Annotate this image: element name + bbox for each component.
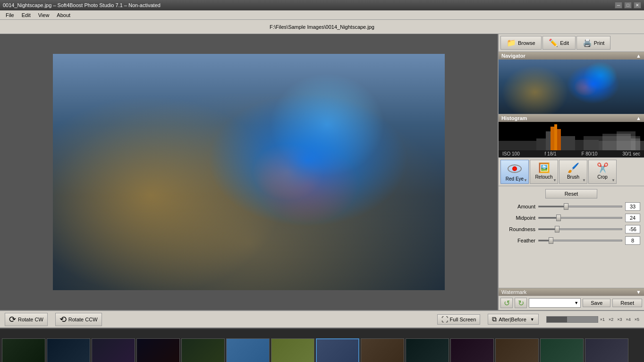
afterbefore-label: After|Before [499,317,526,322]
navigator-scroll-up[interactable]: ▲ [636,53,641,59]
roundness-value: -56 [625,225,640,233]
amount-row: Amount 33 [502,202,640,211]
print-label: Print [594,40,605,46]
undo-button[interactable]: ↺ [500,298,513,308]
exif-bar: ISO 100 f 18/1 F 80/10 30/1 sec [499,150,644,157]
titlebar: 0014_Nightscape.jpg – Soft4Boost Photo S… [0,0,644,10]
eye-shape [508,164,522,173]
afterbefore-icon: ⧉ [492,315,497,323]
amount-track [538,206,622,207]
zoom-mark-x1: ×1 [600,317,605,322]
afterbefore-button[interactable]: ⧉ After|Before ▼ [488,314,538,325]
maximize-button[interactable]: □ [624,2,632,9]
browse-button[interactable]: 📁 Browse [500,36,542,50]
rotate-cw-button[interactable]: ⟳ Rotate CW [5,313,48,326]
close-button[interactable]: ✕ [634,2,641,9]
roundness-thumb[interactable] [555,226,559,233]
histogram-label: Histogram [501,115,527,121]
list-item[interactable] [92,338,135,362]
retouch-tool[interactable]: 🖼️ Retouch ▼ [530,160,558,184]
menu-edit[interactable]: Edit [18,11,34,19]
svg-rect-12 [631,138,640,150]
midpoint-thumb[interactable] [556,215,561,221]
sliders-section: Reset Amount 33 Midpoint 24 [499,186,644,288]
brush-label: Brush [567,174,579,180]
exif-aperture: f 18/1 [545,151,557,156]
navigator-thumbnail [499,60,644,114]
menu-about[interactable]: About [53,11,74,19]
histogram-chart [499,122,644,150]
svg-rect-6 [561,136,575,150]
filmstrip-scroll [0,336,630,362]
undo-icon: ↺ [504,299,510,308]
edit-button[interactable]: ✏️ Edit [542,36,576,50]
redo-button[interactable]: ↻ [515,298,527,308]
brush-dropdown-arrow[interactable]: ▼ [582,178,586,182]
menubar: File Edit View About [0,10,644,20]
right-panel: 📁 Browse ✏️ Edit 🖨️ Print Navigator ▲ H [498,34,644,310]
exif-iso: ISO 100 [502,151,520,156]
list-item[interactable] [47,338,90,362]
brush-tool[interactable]: 🖌️ Brush ▼ [559,160,587,184]
watermark-dropdown[interactable]: ▼ [529,298,581,308]
crop-dropdown-arrow[interactable]: ▼ [611,178,615,182]
exif-shutter: 30/1 sec [622,151,640,156]
window-title: 0014_Nightscape.jpg – Soft4Boost Photo S… [3,2,615,8]
fullscreen-button[interactable]: ⛶ Full Screen [437,314,481,325]
list-item[interactable] [271,338,314,362]
list-item[interactable] [2,338,45,362]
watermark-reset-button[interactable]: Reset [612,299,642,307]
watermark-section: Watermark ▼ ↺ ↻ ▼ Save Reset [499,288,644,310]
photo-canvas [53,54,445,290]
watermark-dropdown-arrow[interactable]: ▼ [636,289,641,295]
sliders-reset-button[interactable]: Reset [545,189,598,198]
crop-icon: ✂️ [597,162,609,173]
list-item[interactable] [540,338,584,362]
watermark-label: Watermark [501,289,526,295]
brush-icon: 🖌️ [568,162,579,173]
roundness-row: Roundness -56 [502,225,640,233]
watermark-save-button[interactable]: Save [583,299,610,307]
amount-thumb[interactable] [564,203,568,210]
rotate-ccw-label: Rotate CCW [68,317,98,322]
menu-file[interactable]: File [2,11,18,19]
zoom-marks: ×1 ×2 ×3 ×4 ×5 [600,317,639,322]
window-controls: ─ □ ✕ [615,2,641,9]
rotate-ccw-button[interactable]: ⟲ Rotate CCW [55,313,102,326]
panel-toolbar: 📁 Browse ✏️ Edit 🖨️ Print [499,34,644,52]
rotate-ccw-icon: ⟲ [59,314,67,325]
list-item[interactable] [406,338,449,362]
svg-rect-0 [499,141,536,150]
list-item[interactable] [181,338,225,362]
zoom-bar: ×1 ×2 ×3 ×4 ×5 [546,316,639,323]
red-eye-dropdown-arrow[interactable]: ▼ [524,178,527,182]
midpoint-row: Midpoint 24 [502,214,640,222]
retouch-dropdown-arrow[interactable]: ▼ [553,178,557,182]
list-item[interactable] [226,338,270,362]
list-item[interactable] [585,338,628,362]
feather-thumb[interactable] [549,237,553,244]
red-eye-tool[interactable]: Red Eye ▼ [500,160,529,184]
retouch-label: Retouch [535,174,552,180]
menu-view[interactable]: View [34,11,53,19]
watermark-dropdown-chevron: ▼ [574,301,578,305]
minimize-button[interactable]: ─ [615,2,622,9]
svg-rect-5 [557,129,561,150]
list-item[interactable] [495,338,539,362]
zoom-mark-x3: ×3 [617,317,622,322]
fullscreen-icon: ⛶ [441,316,448,323]
histogram-scroll-up[interactable]: ▲ [636,115,641,121]
list-item[interactable] [450,338,494,362]
list-item[interactable] [361,338,404,362]
navigator-header: Navigator ▲ [499,52,644,60]
list-item[interactable] [316,338,359,362]
zoom-slider[interactable] [546,316,598,323]
afterbefore-dropdown-arrow[interactable]: ▼ [530,317,534,322]
rotate-cw-label: Rotate CW [18,317,43,322]
svg-rect-3 [551,127,554,150]
list-item[interactable] [136,338,180,362]
print-button[interactable]: 🖨️ Print [576,36,611,50]
crop-tool[interactable]: ✂️ Crop ▼ [588,160,617,184]
histogram-svg [499,122,644,150]
amount-value: 33 [625,202,640,211]
